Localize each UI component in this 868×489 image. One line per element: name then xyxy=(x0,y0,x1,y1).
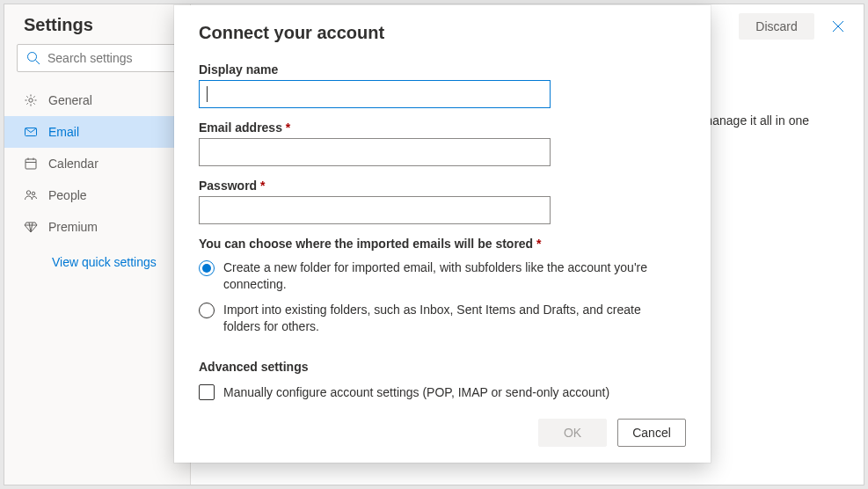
background-text-fragment: manage it all in one xyxy=(703,113,809,128)
nav-label: Calendar xyxy=(48,157,98,171)
diamond-icon xyxy=(24,220,48,234)
dialog-title: Connect your account xyxy=(199,23,686,43)
search-box[interactable] xyxy=(17,44,178,72)
email-label: Email address * xyxy=(199,120,686,135)
email-label-text: Email address xyxy=(199,120,282,135)
ok-button[interactable]: OK xyxy=(538,419,607,447)
text-caret xyxy=(207,86,208,102)
nav-item-people[interactable]: People xyxy=(4,179,190,211)
people-icon xyxy=(24,188,48,202)
display-name-input[interactable] xyxy=(199,80,551,108)
svg-line-1 xyxy=(36,61,40,65)
connect-account-dialog: Connect your account Display name Email … xyxy=(174,5,711,463)
storage-option-new-folder[interactable]: Create a new folder for imported email, … xyxy=(199,259,686,293)
password-input[interactable] xyxy=(199,196,551,224)
nav-label: General xyxy=(48,93,92,107)
svg-point-9 xyxy=(32,192,35,195)
nav-item-calendar[interactable]: Calendar xyxy=(4,148,190,179)
radio-icon xyxy=(199,303,215,318)
required-asterisk: * xyxy=(536,237,541,251)
radio-icon xyxy=(199,260,215,276)
discard-button[interactable]: Discard xyxy=(739,13,814,40)
svg-point-8 xyxy=(26,191,30,194)
settings-title: Settings xyxy=(4,4,190,44)
quick-settings-link-wrap: View quick settings xyxy=(4,243,190,269)
advanced-settings-title: Advanced settings xyxy=(199,360,686,374)
required-asterisk: * xyxy=(286,120,290,135)
nav-item-premium[interactable]: Premium xyxy=(4,211,190,243)
nav-label: Premium xyxy=(48,220,98,234)
option-label: Import into existing folders, such as In… xyxy=(223,302,672,335)
svg-rect-4 xyxy=(26,159,36,169)
manual-configure-checkbox[interactable]: Manually configure account settings (POP… xyxy=(199,384,686,401)
search-icon xyxy=(26,51,40,65)
search-input[interactable] xyxy=(47,51,168,65)
view-quick-settings-link[interactable]: View quick settings xyxy=(52,255,157,269)
required-asterisk: * xyxy=(260,179,265,193)
nav-item-email[interactable]: Email xyxy=(4,116,190,148)
nav-label: People xyxy=(48,188,87,202)
svg-point-2 xyxy=(29,99,33,102)
settings-nav: General Email Calendar People xyxy=(4,84,190,243)
storage-note-text: You can choose where the imported emails… xyxy=(199,237,533,251)
display-name-label: Display name xyxy=(199,62,686,77)
mail-icon xyxy=(24,125,48,139)
gear-icon xyxy=(24,93,48,107)
nav-label: Email xyxy=(48,125,79,139)
calendar-icon xyxy=(24,157,48,171)
email-input[interactable] xyxy=(199,138,551,166)
checkbox-label: Manually configure account settings (POP… xyxy=(223,384,609,401)
storage-option-existing-folders[interactable]: Import into existing folders, such as In… xyxy=(199,302,686,335)
storage-note: You can choose where the imported emails… xyxy=(199,237,686,251)
settings-panel: Settings General Email xyxy=(4,4,191,485)
nav-item-general[interactable]: General xyxy=(4,84,190,116)
close-settings-button[interactable] xyxy=(825,13,851,40)
close-icon xyxy=(831,19,845,33)
cancel-button[interactable]: Cancel xyxy=(617,419,686,447)
search-wrap xyxy=(4,44,190,79)
password-label: Password * xyxy=(199,179,686,193)
dialog-footer: OK Cancel xyxy=(199,419,686,447)
password-label-text: Password xyxy=(199,179,257,193)
checkbox-icon xyxy=(199,384,215,400)
svg-point-0 xyxy=(28,53,37,62)
option-label: Create a new folder for imported email, … xyxy=(223,259,672,293)
